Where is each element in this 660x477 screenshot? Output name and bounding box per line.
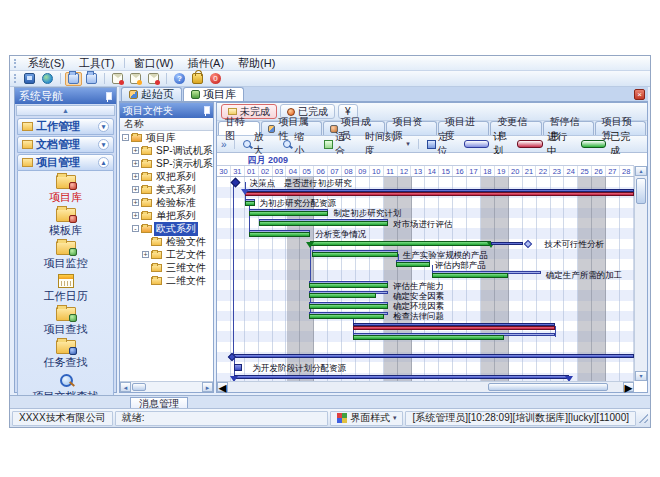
toolbar-button-mail-new-icon[interactable] bbox=[109, 72, 126, 86]
scroll-left-button[interactable]: ◂ bbox=[120, 382, 131, 392]
tab-close-button[interactable]: × bbox=[634, 89, 645, 100]
task-bar[interactable] bbox=[249, 230, 310, 237]
tool-button-缩小[interactable]: 缩小 bbox=[279, 137, 318, 151]
sidebar-item-项目查找[interactable]: 项目查找 bbox=[18, 307, 113, 337]
menu-item-3[interactable]: 插件(A) bbox=[180, 56, 231, 70]
tree-column-header[interactable]: 名称 bbox=[120, 118, 213, 131]
gantt-hscrollbar[interactable]: ◂ ▸ bbox=[217, 381, 634, 392]
session-info: [系统管理员][10:28:09][培训数据库][lucky][11000] bbox=[405, 411, 636, 426]
expander-plus-icon[interactable]: + bbox=[132, 212, 139, 219]
task-bar[interactable] bbox=[353, 333, 555, 340]
folder-icon bbox=[141, 147, 152, 155]
ui-style-button[interactable]: 界面样式 ▾ bbox=[330, 411, 403, 426]
tree-node-检验文件[interactable]: 检验文件 bbox=[120, 235, 213, 248]
plan-task-box[interactable] bbox=[234, 364, 242, 371]
scroll-thumb[interactable] bbox=[132, 383, 146, 391]
toolbar-button-mail-edit-icon[interactable] bbox=[127, 72, 144, 86]
task-bar[interactable] bbox=[309, 312, 388, 319]
menu-item-2[interactable]: 窗口(W) bbox=[127, 56, 181, 70]
sidebar-item-模板库[interactable]: 模板库 bbox=[18, 208, 113, 238]
tool-button-定位[interactable]: 定位 bbox=[423, 137, 462, 151]
folder-icon bbox=[22, 140, 33, 149]
task-bar[interactable] bbox=[309, 302, 388, 309]
start-page-icon bbox=[129, 90, 138, 99]
task-bar[interactable] bbox=[396, 260, 429, 267]
sidebar-item-项目库[interactable]: 项目库 bbox=[18, 175, 113, 205]
toolbar-button-monitor-icon[interactable] bbox=[21, 72, 38, 86]
scroll-left-button[interactable]: ◂ bbox=[217, 382, 228, 392]
sidebar-item-任务查找[interactable]: 任务查找 bbox=[18, 340, 113, 370]
expander-plus-icon[interactable]: + bbox=[132, 199, 139, 206]
summary-bar-done[interactable] bbox=[310, 241, 491, 246]
overflow-chevron[interactable]: » bbox=[221, 139, 227, 150]
scroll-down-button[interactable]: ▾ bbox=[635, 371, 647, 381]
nav-group-1[interactable]: 文档管理▾ bbox=[17, 136, 114, 153]
nav-collapse-button[interactable]: ▲ bbox=[16, 105, 115, 116]
expander-minus-icon[interactable]: - bbox=[132, 225, 139, 232]
tree-node-工艺文件[interactable]: +工艺文件 bbox=[120, 248, 213, 261]
folder-open-icon bbox=[68, 73, 79, 84]
summary-bar-active[interactable] bbox=[245, 189, 634, 196]
menu-item-4[interactable]: 帮助(H) bbox=[231, 56, 282, 70]
tree-node-双把系列[interactable]: +双把系列 bbox=[120, 170, 213, 183]
toolbar-button-help-icon[interactable]: ? bbox=[171, 72, 188, 86]
expander-plus-icon[interactable]: + bbox=[142, 251, 149, 258]
summary-plan-bar[interactable] bbox=[232, 354, 634, 358]
resize-grip[interactable] bbox=[638, 413, 648, 423]
task-bar[interactable] bbox=[249, 209, 328, 216]
tree-node-项目库[interactable]: -项目库 bbox=[120, 131, 213, 144]
document-tabs: 起始页项目库 bbox=[121, 87, 245, 101]
toolbar-button-stop-icon[interactable]: 0 bbox=[207, 72, 224, 86]
tree-node-美式系列[interactable]: +美式系列 bbox=[120, 183, 213, 196]
task-bar[interactable] bbox=[312, 250, 398, 257]
task-bar[interactable] bbox=[309, 291, 388, 298]
tree-node-欧式系列[interactable]: -欧式系列 bbox=[120, 222, 213, 235]
tree-node-二维文件[interactable]: 二维文件 bbox=[120, 274, 213, 287]
task-bar-active[interactable] bbox=[353, 323, 555, 330]
toolbar-button-mail-block-icon[interactable] bbox=[145, 72, 162, 86]
chip bbox=[69, 215, 77, 223]
doc-tab-起始页[interactable]: 起始页 bbox=[121, 87, 182, 101]
sidebar-item-工作日历[interactable]: 工作日历 bbox=[18, 274, 113, 304]
task-bar[interactable] bbox=[309, 281, 388, 288]
task-bar[interactable] bbox=[432, 271, 540, 278]
scroll-up-button[interactable]: ▴ bbox=[635, 166, 647, 176]
tree-node-SP-演示机系[interactable]: +SP-演示机系 bbox=[120, 157, 213, 170]
tool-button-适合[interactable]: 适合 bbox=[320, 137, 359, 151]
sidebar-item-项目监控[interactable]: 项目监控 bbox=[18, 241, 113, 271]
doc-tab-项目库[interactable]: 项目库 bbox=[183, 87, 244, 101]
expander-plus-icon[interactable]: + bbox=[132, 147, 139, 154]
nav-group-2[interactable]: 项目管理▴ bbox=[17, 154, 114, 171]
toolbar-button-folder-computer-icon[interactable] bbox=[83, 72, 100, 86]
tool-button-时间刻度[interactable]: 时间刻度▾ bbox=[361, 137, 414, 151]
scroll-thumb[interactable] bbox=[488, 383, 608, 391]
folder-icon bbox=[141, 199, 152, 207]
toolbar-button-folder-open-icon[interactable] bbox=[65, 72, 82, 86]
tree-node-检验标准[interactable]: +检验标准 bbox=[120, 196, 213, 209]
expander-plus-icon[interactable]: + bbox=[132, 186, 139, 193]
expander-plus-icon[interactable]: + bbox=[132, 173, 139, 180]
task-bar[interactable] bbox=[259, 219, 388, 226]
day-header-cell: 23 bbox=[550, 166, 564, 176]
scroll-right-button[interactable]: ▸ bbox=[623, 382, 634, 392]
toolbar-button-lock-icon[interactable] bbox=[189, 72, 206, 86]
scroll-thumb[interactable] bbox=[636, 178, 646, 204]
pin-icon[interactable] bbox=[201, 106, 210, 115]
tree-node-单把系列[interactable]: +单把系列 bbox=[120, 209, 213, 222]
progress-bar bbox=[259, 221, 388, 226]
nav-group-0[interactable]: 工作管理▾ bbox=[17, 118, 114, 135]
summary-plan-bar[interactable] bbox=[234, 375, 569, 379]
tree-node-三维文件[interactable]: 三维文件 bbox=[120, 261, 213, 274]
menu-item-1[interactable]: 工具(T) bbox=[72, 56, 122, 70]
menu-item-0[interactable]: 系统(S) bbox=[21, 56, 72, 70]
gantt-vscrollbar[interactable]: ▴ ▾ bbox=[634, 166, 647, 381]
task-bar[interactable] bbox=[245, 199, 255, 206]
tree-node-SP-调试机系[interactable]: +SP-调试机系 bbox=[120, 144, 213, 157]
expander-plus-icon[interactable]: + bbox=[132, 160, 139, 167]
expander-minus-icon[interactable]: - bbox=[122, 134, 129, 141]
toolbar-button-globe-icon[interactable] bbox=[39, 72, 56, 86]
pin-icon[interactable] bbox=[103, 92, 112, 101]
tool-button-放大[interactable]: 放大 bbox=[239, 137, 278, 151]
tree-hscrollbar[interactable]: ◂ ▸ bbox=[120, 381, 213, 392]
scroll-right-button[interactable]: ▸ bbox=[202, 382, 213, 392]
